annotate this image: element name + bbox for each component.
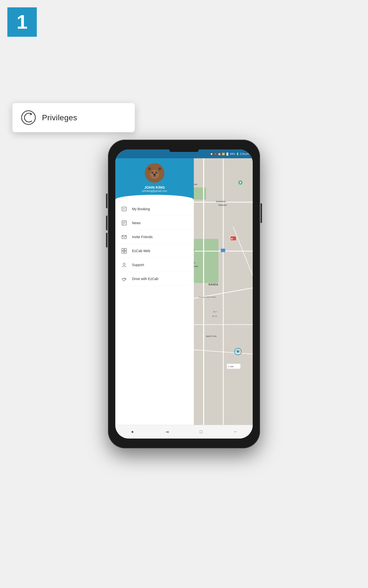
privileges-popup: Privileges	[12, 103, 135, 132]
svg-text:DAMANSA: DAMANSA	[216, 200, 226, 203]
menu-label-my-booking: My Booking	[132, 207, 150, 211]
svg-point-39	[158, 167, 161, 170]
svg-point-17	[237, 350, 239, 353]
overview-nav-button[interactable]: □	[196, 427, 206, 437]
privileges-icon-container	[20, 109, 37, 126]
home-nav-button[interactable]: ●	[128, 427, 137, 437]
drawer-menu: My Booking News	[115, 200, 194, 426]
menu-label-ezcab-web: EzCab Web	[132, 249, 150, 253]
svg-point-45	[153, 174, 156, 176]
support-icon	[120, 261, 128, 269]
sim-icon: 🔲	[210, 153, 213, 155]
svg-rect-57	[124, 251, 127, 253]
menu-item-support[interactable]: Support	[115, 258, 194, 272]
svg-text:BU 7: BU 7	[213, 311, 217, 313]
svg-text:1 min: 1 min	[228, 365, 234, 368]
menu-label-news: News	[132, 221, 141, 225]
time: 2:34 pm	[240, 153, 249, 155]
status-icons: 🔲 🔕 ⏰ 📶 ▐▌ 84% 🔋 2:34 pm	[210, 153, 249, 155]
menu-item-drive-with-ezcab[interactable]: Drive with EzCab	[115, 272, 194, 286]
privileges-title: Privileges	[42, 113, 77, 122]
battery-percent: 84%	[230, 153, 235, 155]
invite-icon	[120, 233, 128, 241]
svg-text:BUKIT UTA: BUKIT UTA	[206, 335, 217, 337]
recent-nav-icon: ⇥	[165, 429, 169, 435]
svg-text:BU 10: BU 10	[212, 315, 217, 317]
overview-nav-icon: □	[200, 429, 203, 434]
menu-label-support: Support	[132, 263, 144, 267]
svg-text:▶: ▶	[231, 237, 233, 240]
menu-item-invite-friends[interactable]: Invite Friends	[115, 230, 194, 244]
svg-text:E: E	[194, 250, 195, 251]
map-background: ▶ RAFFLESIA DAMANSA PERDAN PELANGI DAMAN…	[184, 149, 253, 439]
svg-point-38	[148, 167, 151, 170]
svg-text:PERDAN: PERDAN	[218, 204, 227, 206]
svg-point-59	[22, 111, 35, 124]
signal-bars: ▐▌	[226, 153, 229, 155]
alarm-icon: ⏰	[218, 153, 221, 155]
phone-screen: 🔲 🔕 ⏰ 📶 ▐▌ 84% 🔋 2:34 pm	[115, 149, 253, 439]
step-badge: 1	[7, 7, 37, 37]
mute-icon: 🔕	[214, 153, 217, 155]
phone-shell: 🔲 🔕 ⏰ 📶 ▐▌ 84% 🔋 2:34 pm	[108, 140, 260, 448]
svg-point-44	[157, 172, 157, 173]
user-name: JOHN KING	[144, 185, 165, 189]
svg-point-58	[123, 263, 125, 265]
step-number: 1	[17, 11, 28, 33]
svg-point-43	[153, 172, 153, 173]
svg-text:Persiaran Bukit Utama: Persiaran Bukit Utama	[199, 296, 216, 298]
battery-icon: 🔋	[236, 153, 239, 155]
svg-rect-56	[122, 251, 124, 253]
svg-rect-46	[122, 207, 126, 211]
notch	[169, 149, 199, 152]
svg-rect-55	[124, 248, 127, 251]
drawer-header: JOHN KING johnking@gmail.com	[115, 158, 194, 200]
svg-rect-11	[221, 249, 225, 252]
ezcab-web-icon	[120, 247, 128, 255]
drive-icon	[120, 275, 128, 283]
news-icon	[120, 219, 128, 227]
wifi-icon: 📶	[222, 153, 225, 155]
menu-label-invite-friends: Invite Friends	[132, 235, 153, 239]
home-nav-icon: ●	[131, 429, 134, 434]
svg-point-15	[239, 182, 241, 184]
menu-item-ezcab-web[interactable]: EzCab Web	[115, 244, 194, 258]
svg-text:BANDA: BANDA	[209, 283, 218, 286]
avatar	[145, 163, 164, 183]
menu-item-news[interactable]: News	[115, 216, 194, 230]
svg-rect-54	[122, 248, 124, 251]
back-nav-button[interactable]: ←	[231, 427, 240, 437]
booking-icon	[120, 205, 128, 213]
drawer-panel: JOHN KING johnking@gmail.com My Booking	[115, 158, 194, 439]
recent-nav-button[interactable]: ⇥	[162, 427, 172, 437]
menu-label-drive-with-ezcab: Drive with EzCab	[132, 277, 158, 281]
user-email: johnking@gmail.com	[142, 189, 167, 192]
bottom-nav: ● ⇥ □ ←	[115, 425, 253, 439]
back-nav-icon: ←	[233, 429, 238, 434]
status-bar: 🔲 🔕 ⏰ 📶 ▐▌ 84% 🔋 2:34 pm	[115, 149, 253, 158]
